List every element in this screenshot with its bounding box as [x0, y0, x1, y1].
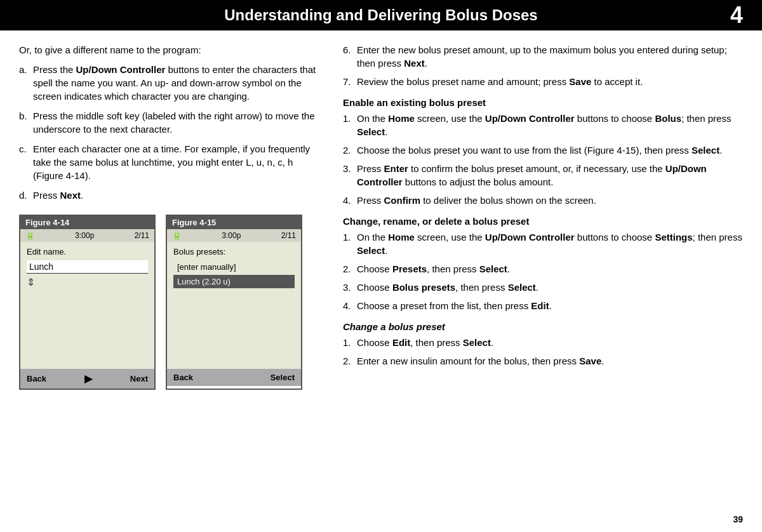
change-step-3: 3. Choose Bolus presets, then press Sele…	[343, 281, 743, 294]
enable-step-1-label: 1.	[343, 112, 357, 138]
figure-414-statusbar: 🔋 3:00p 2/11	[20, 229, 154, 242]
list-content-b: Press the middle soft key (labeled with …	[33, 109, 324, 136]
bold-enter-e3: Enter	[384, 163, 408, 174]
page-header: Understanding and Delivering Bolus Doses…	[0, 0, 762, 30]
figure-414-next-btn[interactable]: Next	[130, 374, 148, 383]
change-step-2-content: Choose Presets, then press Select.	[357, 262, 743, 276]
figure-414-body: Edit name. Lunch ⇕	[20, 242, 154, 369]
main-content: Or, to give a different name to the prog…	[0, 30, 762, 402]
date-415: 2/11	[281, 231, 296, 240]
list-label-d: d.	[19, 189, 33, 202]
figure-415-statusbar: 🔋 3:00p 2/11	[167, 229, 301, 242]
enable-step-2: 2. Choose the bolus preset you want to u…	[343, 143, 743, 157]
change-step-3-label: 3.	[343, 281, 357, 294]
list-content-a: Press the Up/Down Controller buttons to …	[33, 63, 324, 103]
enable-step-3: 3. Press Enter to confirm the bolus pres…	[343, 162, 743, 189]
section-heading-enable: Enable an existing bolus preset	[343, 97, 743, 108]
figure-415-item-enter[interactable]: [enter manually]	[173, 260, 295, 274]
bold-updown-e3: Up/Down Controller	[357, 163, 707, 187]
figure-415-item-lunch[interactable]: Lunch (2.20 u)	[173, 275, 295, 288]
bold-boluspreset-c3: Bolus presets	[392, 282, 455, 293]
section-heading-change-preset: Change a bolus preset	[343, 321, 743, 332]
enable-step-1-content: On the Home screen, use the Up/Down Cont…	[357, 112, 743, 138]
bold-presets-c2: Presets	[392, 263, 427, 274]
enable-step-3-content: Press Enter to confirm the bolus preset …	[357, 162, 743, 189]
figure-414: Figure 4-14 🔋 3:00p 2/11 Edit name. Lunc…	[19, 215, 156, 390]
bold-settings-c1: Settings	[655, 232, 692, 243]
list-label-c: c.	[19, 142, 33, 182]
date-414: 2/11	[135, 231, 149, 240]
bold-select-e1: Select	[357, 126, 385, 137]
bold-updown-a: Up/Down Controller	[76, 64, 166, 75]
cpreset-step-2: 2. Enter a new insulin amount for the bo…	[343, 354, 743, 368]
change-step-1-label: 1.	[343, 230, 357, 257]
bold-save-7: Save	[569, 76, 591, 87]
figures-row: Figure 4-14 🔋 3:00p 2/11 Edit name. Lunc…	[19, 215, 324, 390]
enable-step-4-content: Press Confirm to deliver the bolus shown…	[357, 194, 743, 207]
bold-updown-e1: Up/Down Controller	[485, 113, 575, 124]
cpreset-step-1-label: 1.	[343, 336, 357, 349]
bold-next-6: Next	[404, 58, 425, 69]
figure-414-screen: 🔋 3:00p 2/11 Edit name. Lunch ⇕ Back ▶ N…	[20, 229, 154, 389]
bold-home-e1: Home	[388, 113, 415, 124]
figure-415-select-btn[interactable]: Select	[271, 373, 295, 382]
figure-415-title: Figure 4-15	[167, 216, 301, 229]
step-6-label: 6.	[343, 43, 357, 70]
change-step-3-content: Choose Bolus presets, then press Select.	[357, 281, 743, 294]
left-column: Or, to give a different name to the prog…	[19, 43, 324, 390]
header-title: Understanding and Delivering Bolus Doses	[224, 6, 537, 23]
change-step-1-content: On the Home screen, use the Up/Down Cont…	[357, 230, 743, 257]
step-7: 7. Review the bolus preset name and amou…	[343, 75, 743, 88]
bold-select-c1: Select	[357, 245, 385, 256]
change-step-1: 1. On the Home screen, use the Up/Down C…	[343, 230, 743, 257]
enable-step-2-label: 2.	[343, 143, 357, 157]
change-step-2: 2. Choose Presets, then press Select.	[343, 262, 743, 276]
figure-414-cursor: ⇕	[27, 276, 148, 288]
chapter-number: 4	[730, 2, 743, 29]
figure-415-label: Bolus presets:	[173, 247, 295, 256]
change-step-4-content: Choose a preset from the list, then pres…	[357, 299, 743, 312]
cpreset-step-2-content: Enter a new insulin amount for the bolus…	[357, 354, 743, 368]
enable-step-2-content: Choose the bolus preset you want to use …	[357, 143, 743, 157]
page-number: 39	[733, 514, 743, 524]
change-step-4-label: 4.	[343, 299, 357, 312]
bold-select-c2: Select	[479, 263, 507, 274]
step-6-content: Enter the new bolus preset amount, up to…	[357, 43, 743, 70]
figure-414-back-btn[interactable]: Back	[27, 374, 46, 383]
bold-select-e2: Select	[692, 145, 719, 156]
figure-414-middle-btn[interactable]: ▶	[84, 373, 92, 385]
enable-step-4-label: 4.	[343, 194, 357, 207]
bold-save-cp2: Save	[579, 356, 601, 366]
figure-415: Figure 4-15 🔋 3:00p 2/11 Bolus presets: …	[166, 215, 302, 390]
figure-414-title: Figure 4-14	[20, 216, 154, 229]
figure-414-label: Edit name.	[27, 247, 148, 256]
cpreset-step-1-content: Choose Edit, then press Select.	[357, 336, 743, 349]
bold-edit-c4: Edit	[531, 300, 549, 311]
enable-step-1: 1. On the Home screen, use the Up/Down C…	[343, 112, 743, 138]
step-7-label: 7.	[343, 75, 357, 88]
list-content-c: Enter each character one at a time. For …	[33, 142, 324, 182]
bold-select-c3: Select	[508, 282, 536, 293]
step-7-content: Review the bolus preset name and amount;…	[357, 75, 743, 88]
cpreset-step-2-label: 2.	[343, 354, 357, 368]
right-column: 6. Enter the new bolus preset amount, up…	[343, 43, 743, 390]
battery-icon-415: 🔋	[172, 231, 182, 240]
change-step-2-label: 2.	[343, 262, 357, 276]
figure-415-screen: 🔋 3:00p 2/11 Bolus presets: [enter manua…	[167, 229, 301, 386]
bold-select-cp1: Select	[463, 337, 491, 348]
bold-updown-c1: Up/Down Controller	[485, 232, 575, 243]
step-6: 6. Enter the new bolus preset amount, up…	[343, 43, 743, 70]
enable-step-3-label: 3.	[343, 162, 357, 189]
list-content-d: Press Next.	[33, 189, 324, 202]
bold-home-c1: Home	[388, 232, 415, 243]
list-item-d: d. Press Next.	[19, 189, 324, 202]
battery-icon-414: 🔋	[25, 231, 35, 240]
enable-step-4: 4. Press Confirm to deliver the bolus sh…	[343, 194, 743, 207]
list-item-a: a. Press the Up/Down Controller buttons …	[19, 63, 324, 103]
list-item-c: c. Enter each character one at a time. F…	[19, 142, 324, 182]
section-heading-change: Change, rename, or delete a bolus preset	[343, 216, 743, 227]
figure-415-back-btn[interactable]: Back	[173, 373, 193, 382]
cpreset-step-1: 1. Choose Edit, then press Select.	[343, 336, 743, 349]
change-step-4: 4. Choose a preset from the list, then p…	[343, 299, 743, 312]
bold-bolus-e1: Bolus	[655, 113, 681, 124]
